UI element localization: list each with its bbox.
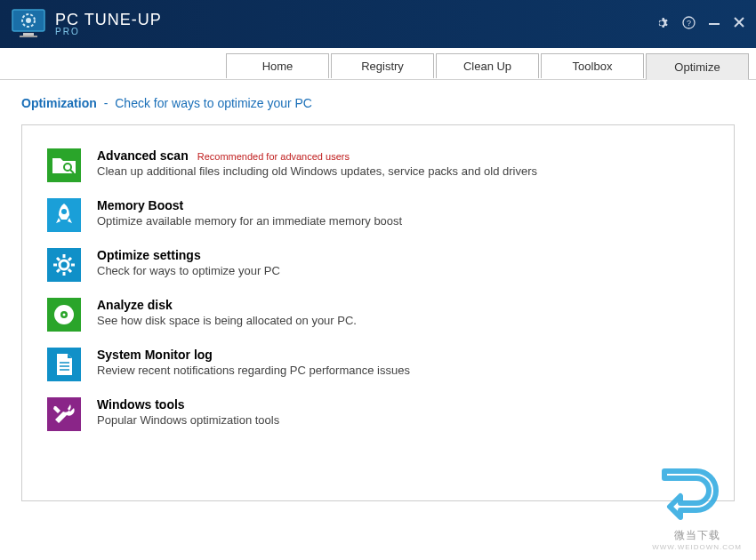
watermark-text: 微当下载 — [652, 528, 742, 543]
item-desc: See how disk space is being allocated on… — [97, 314, 357, 327]
tab-optimize[interactable]: Optimize — [646, 53, 749, 80]
tab-home[interactable]: Home — [226, 53, 329, 78]
svg-rect-3 — [23, 33, 34, 36]
item-text: Windows tools Popular Windows optimizati… — [97, 397, 279, 431]
item-title: Analyze disk — [97, 298, 357, 312]
tools-icon — [47, 397, 81, 431]
item-title: Windows tools — [97, 397, 279, 412]
item-title: System Monitor log — [97, 348, 410, 362]
item-text: Optimize settings Check for ways to opti… — [97, 248, 280, 282]
item-title: Advanced scanRecommended for advanced us… — [97, 148, 537, 163]
item-optimize-settings[interactable]: Optimize settings Check for ways to opti… — [47, 248, 709, 282]
item-text: Advanced scanRecommended for advanced us… — [97, 148, 537, 182]
minimize-icon[interactable] — [708, 17, 720, 32]
document-icon — [47, 348, 81, 381]
item-windows-tools[interactable]: Windows tools Popular Windows optimizati… — [47, 397, 709, 431]
options-panel: Advanced scanRecommended for advanced us… — [21, 124, 735, 501]
item-system-monitor-log[interactable]: System Monitor log Review recent notific… — [47, 348, 709, 381]
svg-point-11 — [61, 209, 67, 214]
item-memory-boost[interactable]: Memory Boost Optimize available memory f… — [47, 198, 709, 232]
brand-subtitle: PRO — [55, 28, 162, 36]
close-icon[interactable] — [733, 15, 745, 33]
separator: - — [104, 96, 109, 110]
watermark-sub: WWW.WEIDOWN.COM — [652, 543, 742, 551]
svg-point-17 — [63, 314, 66, 316]
item-desc: Check for ways to optimize your PC — [97, 264, 280, 277]
svg-rect-7 — [709, 23, 720, 25]
brand-title: PC TUNE-UP — [55, 12, 162, 28]
item-text: System Monitor log Review recent notific… — [97, 348, 410, 381]
brand: PC TUNE-UP PRO — [55, 12, 162, 36]
tab-bar: Home Registry Clean Up Toolbox Optimize — [0, 48, 756, 80]
gear-icon — [47, 248, 81, 282]
item-note: Recommended for advanced users — [197, 151, 350, 162]
folder-search-icon — [47, 148, 81, 182]
item-text: Analyze disk See how disk space is being… — [97, 298, 357, 332]
svg-point-2 — [26, 18, 31, 23]
item-advanced-scan[interactable]: Advanced scanRecommended for advanced us… — [47, 148, 709, 182]
item-title: Memory Boost — [97, 198, 402, 212]
svg-text:?: ? — [687, 19, 691, 28]
tab-toolbox[interactable]: Toolbox — [541, 53, 644, 78]
item-desc: Optimize available memory for an immedia… — [97, 214, 402, 228]
settings-icon[interactable] — [655, 16, 670, 33]
item-desc: Clean up additional files including old … — [97, 164, 537, 178]
item-desc: Review recent notifications regarding PC… — [97, 364, 410, 377]
help-icon[interactable]: ? — [682, 16, 696, 32]
rocket-icon — [47, 198, 81, 232]
tab-cleanup[interactable]: Clean Up — [436, 53, 539, 78]
app-header: PC TUNE-UP PRO ? — [0, 0, 756, 48]
tab-registry[interactable]: Registry — [331, 53, 434, 78]
page-description: Check for ways to optimize your PC — [115, 96, 312, 110]
svg-rect-4 — [20, 36, 37, 37]
item-title: Optimize settings — [97, 248, 280, 262]
watermark: 微当下载 WWW.WEIDOWN.COM — [652, 462, 742, 551]
item-desc: Popular Windows optimization tools — [97, 413, 279, 427]
app-logo-icon — [11, 8, 46, 40]
disk-icon — [47, 298, 81, 332]
page-subheader: Optimization - Check for ways to optimiz… — [0, 80, 756, 124]
window-controls: ? — [655, 15, 745, 33]
item-text: Memory Boost Optimize available memory f… — [97, 198, 402, 232]
item-analyze-disk[interactable]: Analyze disk See how disk space is being… — [47, 298, 709, 332]
page-title: Optimization — [21, 96, 97, 110]
svg-rect-12 — [47, 248, 81, 282]
logo-area: PC TUNE-UP PRO — [11, 8, 162, 40]
